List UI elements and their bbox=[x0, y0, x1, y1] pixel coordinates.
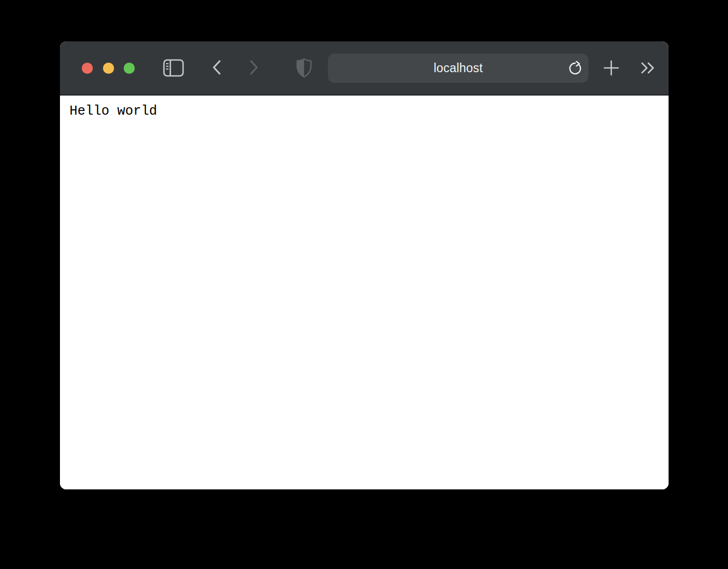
chevron-left-icon bbox=[212, 59, 221, 75]
close-window-button[interactable] bbox=[82, 63, 93, 74]
toolbar-overflow-button[interactable] bbox=[639, 61, 657, 75]
sidebar-toggle-button[interactable] bbox=[163, 58, 184, 77]
address-bar[interactable]: localhost bbox=[328, 54, 588, 83]
page-content: Hello world bbox=[60, 96, 669, 489]
privacy-report-button[interactable] bbox=[296, 58, 313, 78]
browser-toolbar: localhost bbox=[60, 41, 669, 96]
minimize-window-button[interactable] bbox=[103, 63, 114, 74]
zoom-window-button[interactable] bbox=[124, 63, 135, 74]
reload-button[interactable] bbox=[567, 61, 583, 76]
address-bar-url: localhost bbox=[434, 61, 483, 75]
sidebar-toggle-icon bbox=[163, 59, 184, 77]
page-text: Hello world bbox=[70, 104, 659, 119]
browser-window: localhost bbox=[60, 41, 669, 489]
new-tab-button[interactable] bbox=[603, 60, 620, 76]
back-button[interactable] bbox=[211, 59, 222, 76]
shield-icon bbox=[296, 58, 313, 78]
reload-icon bbox=[568, 61, 583, 76]
plus-icon bbox=[603, 60, 619, 76]
forward-button[interactable] bbox=[249, 59, 259, 76]
chevron-right-icon bbox=[249, 59, 259, 75]
double-chevron-right-icon bbox=[639, 62, 656, 74]
